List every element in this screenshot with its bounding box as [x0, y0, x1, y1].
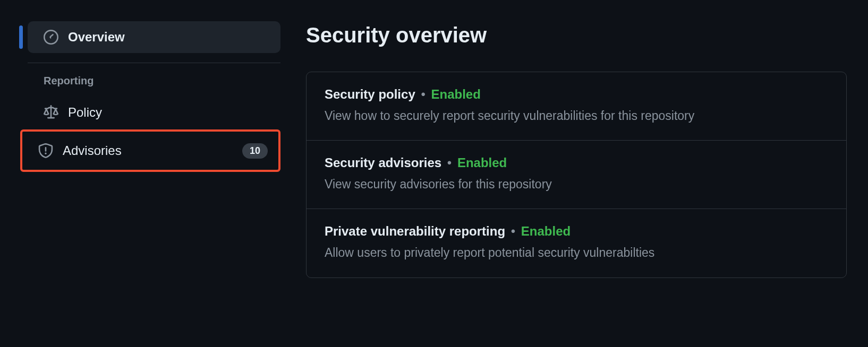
- advisories-highlight: Advisories 10: [20, 129, 280, 172]
- law-icon: [44, 105, 58, 120]
- card-description: View security advisories for this reposi…: [325, 176, 828, 193]
- separator-dot: •: [421, 87, 429, 101]
- security-card-list: Security policy • Enabled View how to se…: [306, 72, 847, 278]
- sidebar-divider: [28, 63, 280, 63]
- sidebar-heading-reporting: Reporting: [28, 75, 280, 97]
- card-heading: Security advisories • Enabled: [325, 155, 828, 170]
- card-title: Private vulnerability reporting: [325, 224, 505, 238]
- sidebar-item-advisories[interactable]: Advisories 10: [22, 135, 278, 167]
- card-title: Security advisories: [325, 155, 441, 170]
- status-badge: Enabled: [457, 155, 507, 170]
- sidebar-item-label: Policy: [68, 105, 270, 120]
- status-badge: Enabled: [521, 224, 571, 238]
- status-badge: Enabled: [431, 87, 480, 101]
- page-title: Security overview: [306, 23, 847, 47]
- sidebar-item-overview[interactable]: Overview: [28, 21, 280, 53]
- separator-dot: •: [511, 224, 519, 238]
- card-heading: Private vulnerability reporting • Enable…: [325, 224, 828, 239]
- advisories-count-badge: 10: [242, 143, 268, 159]
- separator-dot: •: [447, 155, 455, 170]
- card-heading: Security policy • Enabled: [325, 87, 828, 102]
- shield-alert-icon: [38, 143, 53, 158]
- card-description: Allow users to privately report potentia…: [325, 244, 828, 261]
- security-sidebar: Overview Reporting Policy Advisories 10: [20, 21, 280, 278]
- card-title: Security policy: [325, 87, 415, 101]
- sidebar-item-policy[interactable]: Policy: [28, 97, 280, 128]
- card-security-advisories[interactable]: Security advisories • Enabled View secur…: [307, 141, 846, 209]
- meter-icon: [44, 30, 58, 45]
- card-private-vuln-reporting[interactable]: Private vulnerability reporting • Enable…: [307, 209, 846, 277]
- card-security-policy[interactable]: Security policy • Enabled View how to se…: [307, 72, 846, 141]
- main-content: Security overview Security policy • Enab…: [306, 21, 868, 278]
- sidebar-item-label: Advisories: [63, 143, 242, 158]
- card-description: View how to securely report security vul…: [325, 107, 828, 124]
- sidebar-item-label: Overview: [68, 30, 270, 45]
